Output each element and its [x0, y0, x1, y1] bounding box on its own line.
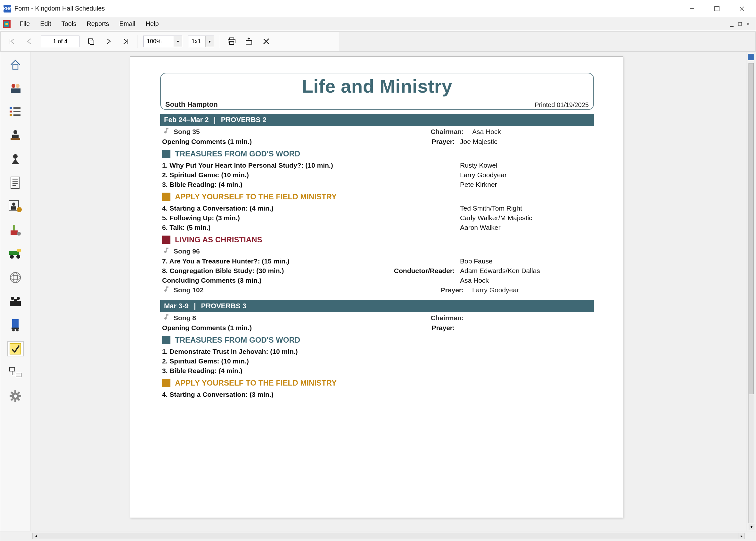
page-number-input[interactable]: 1 of 4	[41, 36, 80, 47]
menu-email[interactable]: Email	[114, 18, 140, 30]
chevron-down-icon[interactable]: ▾	[205, 36, 214, 47]
last-page-button[interactable]	[120, 36, 131, 47]
part-person	[460, 357, 594, 365]
gear-icon[interactable]	[7, 388, 24, 404]
toolbar-separator	[137, 35, 137, 48]
app-icon: KHS	[3, 4, 12, 13]
zoom-value: 100%	[143, 38, 172, 45]
document-icon[interactable]	[7, 175, 24, 190]
svg-point-22	[16, 84, 20, 88]
cart-icon[interactable]	[7, 317, 24, 333]
printed-date: Printed 01/19/2025	[535, 101, 589, 109]
scrollbar-thumb[interactable]	[749, 63, 754, 394]
close-button[interactable]	[729, 0, 754, 17]
minimize-button[interactable]	[679, 0, 704, 17]
part-person	[460, 391, 594, 398]
vertical-scrollbar[interactable]: ▾	[748, 63, 754, 523]
week-study: PROVERBS 2	[221, 116, 267, 124]
music-note-icon	[163, 285, 170, 294]
speaker-podium-icon[interactable]	[7, 128, 24, 143]
svg-rect-57	[12, 319, 19, 327]
part-title: 4. Starting a Conversation: (3 min.)	[162, 391, 374, 398]
concluding-person: Asa Hock	[460, 276, 594, 284]
menu-help[interactable]: Help	[140, 18, 164, 30]
cleaning-icon[interactable]	[7, 223, 24, 238]
next-page-button[interactable]	[103, 36, 114, 47]
svg-point-47	[10, 255, 14, 259]
svg-rect-27	[13, 111, 21, 112]
menu-tools[interactable]: Tools	[56, 18, 82, 30]
chairman-label: Chairman:	[382, 314, 469, 322]
horizontal-scrollbar[interactable]: ◂ ▸	[32, 533, 745, 539]
svg-text:KHS: KHS	[3, 7, 11, 11]
home-icon[interactable]	[7, 56, 24, 72]
scroll-down-icon[interactable]: ▾	[749, 524, 754, 530]
scroll-right-icon[interactable]: ▸	[738, 533, 744, 539]
svg-rect-31	[12, 135, 19, 138]
right-gutter: ▾	[746, 52, 756, 531]
checkmark-icon[interactable]	[7, 341, 24, 356]
opening-song: Song 35	[174, 128, 200, 136]
group-icon[interactable]	[7, 293, 24, 309]
people-icon[interactable]	[7, 80, 24, 96]
svg-rect-58	[12, 327, 19, 329]
export-button[interactable]	[243, 36, 255, 47]
assign-person-icon[interactable]	[7, 199, 24, 214]
first-page-button[interactable]	[6, 36, 18, 47]
part-title: 2. Spiritual Gems: (10 min.)	[162, 171, 374, 179]
print-button[interactable]	[226, 36, 237, 47]
maximize-button[interactable]	[704, 0, 729, 17]
svg-rect-25	[13, 107, 21, 109]
prev-page-button[interactable]	[24, 36, 35, 47]
svg-rect-11	[90, 40, 94, 45]
layout-select[interactable]: 1x1 ▾	[188, 36, 214, 47]
chevron-down-icon[interactable]: ▾	[174, 36, 182, 47]
part-person: Rusty Kowel	[460, 162, 594, 169]
scroll-left-icon[interactable]: ◂	[33, 533, 39, 539]
globe-icon[interactable]	[7, 270, 24, 285]
section-square-icon	[162, 150, 170, 158]
copy-button[interactable]	[85, 36, 97, 47]
mdi-minimize-icon[interactable]: ▁	[728, 21, 735, 28]
svg-rect-32	[11, 138, 20, 140]
svg-point-50	[10, 272, 21, 283]
svg-point-51	[10, 275, 21, 280]
part-title: 3. Bible Reading: (4 min.)	[162, 367, 374, 375]
person-suit-icon[interactable]	[7, 151, 24, 167]
menubar: File Edit Tools Reports Email Help ▁ ❐ ✕	[0, 17, 756, 30]
part-person: Aaron Walker	[460, 224, 594, 232]
schedule-list-icon[interactable]	[7, 104, 24, 119]
opening-song: Song 8	[174, 314, 196, 322]
svg-point-53	[11, 297, 14, 300]
close-preview-button[interactable]	[260, 36, 272, 47]
svg-rect-24	[10, 107, 12, 109]
svg-rect-23	[11, 89, 21, 93]
menu-file[interactable]: File	[14, 18, 35, 30]
svg-point-30	[13, 130, 17, 134]
pin-icon[interactable]	[748, 54, 754, 60]
network-icon[interactable]	[7, 365, 24, 380]
mdi-app-icon[interactable]	[2, 20, 11, 29]
concluding-label: Concluding Comments (3 min.)	[162, 276, 374, 284]
menu-edit[interactable]: Edit	[35, 18, 56, 30]
middle-song: Song 96	[174, 248, 200, 255]
mdi-restore-icon[interactable]: ❐	[736, 21, 743, 28]
svg-rect-28	[10, 114, 12, 116]
prayer-label: Prayer:	[382, 286, 469, 294]
mdi-close-icon[interactable]: ✕	[745, 21, 752, 28]
svg-line-69	[11, 392, 13, 393]
app-window: KHS Form - Kingdom Hall Schedules File E…	[0, 0, 756, 541]
svg-rect-8	[5, 23, 8, 25]
week-study: PROVERBS 3	[201, 302, 246, 310]
mower-icon[interactable]	[7, 246, 24, 262]
living-heading: LIVING AS CHRISTIANS	[175, 235, 262, 244]
part-person: Pete Kirkner	[460, 181, 594, 189]
part-title: 3. Bible Reading: (4 min.)	[162, 181, 374, 189]
part-person: Bob Fause	[460, 258, 594, 265]
menu-reports[interactable]: Reports	[81, 18, 114, 30]
svg-point-59	[12, 329, 15, 331]
prayer-label: Prayer:	[374, 138, 460, 146]
zoom-select[interactable]: 100% ▾	[143, 36, 182, 47]
preview-area[interactable]: Life and Ministry South Hampton Printed …	[30, 52, 756, 531]
part-title: 5. Following Up: (3 min.)	[162, 214, 374, 222]
